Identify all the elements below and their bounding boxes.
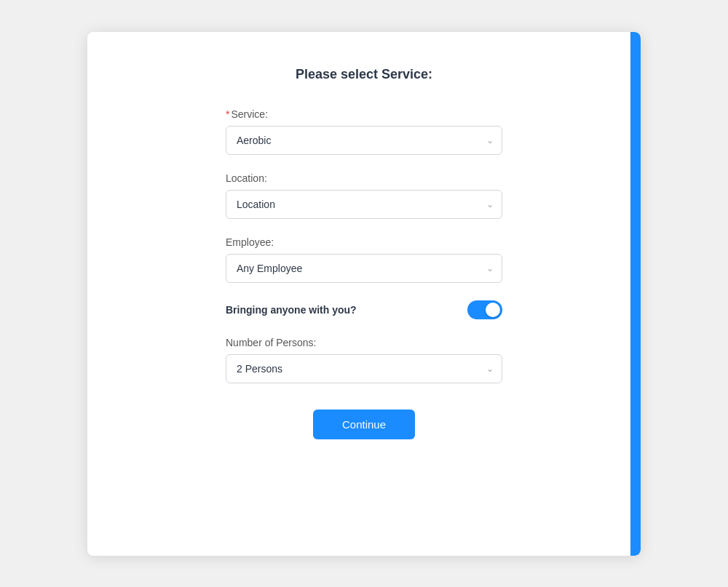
service-field-group: *Service: Aerobic Yoga Pilates Crossfit … [226,108,502,155]
bringing-toggle[interactable] [467,300,502,319]
employee-label: Employee: [226,236,502,248]
employee-select-wrapper: Any Employee John Doe Jane Smith ⌄ [226,254,502,283]
employee-select[interactable]: Any Employee John Doe Jane Smith [226,254,502,283]
toggle-track [467,300,502,319]
main-card: Please select Service: *Service: Aerobic… [87,32,641,556]
persons-field-group: Number of Persons: 1 Person 2 Persons 3 … [226,337,502,383]
form-section: *Service: Aerobic Yoga Pilates Crossfit … [226,108,502,439]
location-select[interactable]: Location Main Branch North Branch [226,190,502,219]
persons-select[interactable]: 1 Person 2 Persons 3 Persons 4 Persons [226,354,502,383]
service-label: *Service: [226,108,502,120]
location-label: Location: [226,172,502,184]
service-required-star: * [226,108,229,120]
employee-field-group: Employee: Any Employee John Doe Jane Smi… [226,236,502,283]
card-accent-bar [630,32,641,556]
location-select-wrapper: Location Main Branch North Branch ⌄ [226,190,502,219]
bringing-label: Bringing anyone with you? [226,304,357,316]
service-select-wrapper: Aerobic Yoga Pilates Crossfit ⌄ [226,126,502,155]
page-title: Please select Service: [131,67,597,82]
continue-button[interactable]: Continue [313,410,415,439]
persons-select-wrapper: 1 Person 2 Persons 3 Persons 4 Persons ⌄ [226,354,502,383]
service-select[interactable]: Aerobic Yoga Pilates Crossfit [226,126,502,155]
persons-label: Number of Persons: [226,337,502,348]
continue-btn-wrapper: Continue [226,410,502,439]
location-field-group: Location: Location Main Branch North Bra… [226,172,502,219]
page-wrapper: Please select Service: *Service: Aerobic… [0,0,728,587]
toggle-thumb [486,303,500,317]
bringing-toggle-row: Bringing anyone with you? [226,300,502,319]
